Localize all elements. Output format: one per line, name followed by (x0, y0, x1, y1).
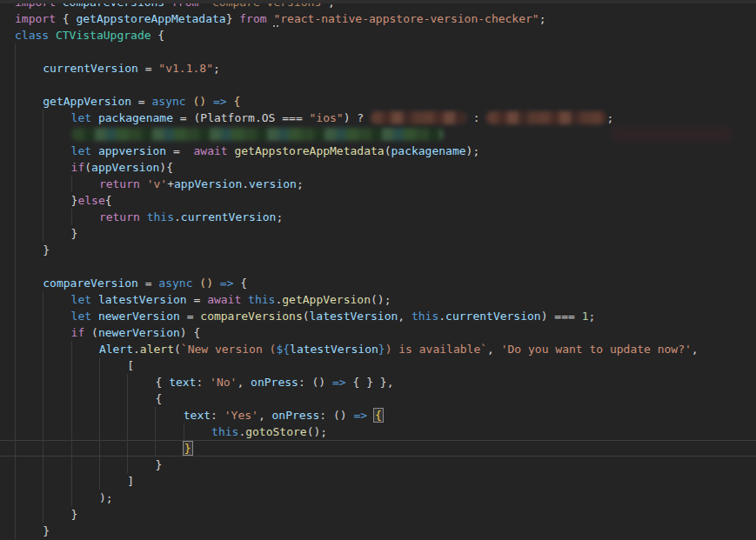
code-line: getAppVersion = async () => { (15, 93, 756, 110)
indent-guide (43, 110, 70, 126)
code-line: } (15, 242, 756, 258)
indent-guide (127, 407, 155, 423)
indent-guide (71, 390, 99, 407)
code-token: onPress (251, 376, 298, 389)
code-token: let (71, 111, 98, 124)
indent-guide (15, 357, 43, 374)
code-token: onPress (272, 409, 320, 422)
code-line: text: 'Yes', onPress: () => { (15, 407, 756, 423)
indent-guide (71, 176, 99, 192)
redacted-blur-block (371, 111, 466, 124)
code-token: this (211, 425, 238, 438)
code-line: let latestVersion = await this.getAppVer… (15, 291, 756, 308)
indent-guide (43, 341, 70, 357)
code-token: = (187, 293, 207, 306)
code-token: this (147, 210, 174, 223)
indent-guide (15, 457, 43, 473)
code-area[interactable]: import compareVersions from 'compare-ver… (0, 0, 756, 539)
code-line: class CTVistaUpgrade { (15, 27, 756, 43)
code-line: { (15, 390, 756, 407)
code-token: "v1.1.8" (158, 62, 213, 75)
indent-guide (15, 341, 43, 357)
indent-guide (15, 93, 43, 110)
code-token: => (220, 277, 234, 290)
code-line: currentVersion = "v1.1.8"; (15, 60, 756, 77)
indent-guide (15, 407, 43, 423)
code-token: latestVersion (290, 343, 378, 356)
indent-guide (71, 440, 99, 457)
indent-guide (15, 440, 43, 457)
matched-bracket: { (373, 408, 384, 423)
code-token: async (152, 95, 186, 108)
code-token: 'Yes' (224, 409, 258, 422)
indent-guide (15, 242, 43, 258)
code-token: ) is available` (385, 343, 487, 356)
indent-guide (43, 407, 70, 423)
indent-guide (43, 357, 70, 374)
code-token: if (71, 161, 85, 174)
code-token: => (353, 409, 367, 422)
redacted-blur-block (611, 128, 733, 141)
code-token: { (155, 376, 169, 389)
code-token: } (71, 508, 78, 521)
code-token: packagename (391, 144, 465, 157)
indent-guide (71, 407, 99, 423)
indent-guide (43, 506, 70, 523)
code-line: let packagename = (Platform.OS === "ios"… (15, 110, 756, 126)
code-editor[interactable]: import compareVersions from 'compare-ver… (0, 0, 756, 540)
code-line-current: } (0, 440, 756, 457)
code-token (186, 95, 193, 108)
code-line: compareVersion = async () => { (15, 275, 756, 291)
indent-guide (127, 423, 155, 440)
code-token: ; (213, 62, 220, 75)
indent-guide (43, 473, 70, 490)
indent-guide (15, 192, 43, 209)
code-token: 'No' (210, 376, 237, 389)
code-token: = (138, 277, 158, 290)
code-token: ) === (541, 310, 582, 323)
code-line: [ (15, 357, 756, 374)
code-token: : () (319, 409, 353, 422)
indent-guide (43, 374, 70, 390)
code-token: 'v' (147, 177, 167, 190)
indent-guide (15, 258, 43, 275)
indent-guide (155, 440, 183, 457)
code-token: this (411, 310, 438, 323)
code-line: { text: 'No', onPress: () => { } }, (15, 374, 756, 390)
indent-guide (15, 209, 43, 225)
code-token: currentVersion (43, 62, 138, 75)
code-token: latestVersion (310, 310, 398, 323)
code-token: appversion (98, 144, 166, 157)
code-token: = (138, 62, 158, 75)
code-token: , (258, 409, 272, 422)
code-token: ; (297, 177, 304, 190)
code-token: return (99, 177, 147, 190)
indent-guide (127, 440, 155, 457)
code-token: } (43, 243, 50, 257)
code-token: await (194, 144, 235, 157)
indent-guide (71, 490, 99, 506)
indent-guide (15, 308, 43, 324)
code-token: { (105, 194, 112, 207)
code-token: (); (371, 293, 391, 306)
code-token: , (398, 310, 411, 323)
indent-guide (15, 159, 43, 176)
code-token: ; (539, 12, 546, 25)
code-token: { (233, 277, 247, 290)
code-token: : (211, 409, 224, 422)
code-token: return (99, 210, 147, 223)
code-token: . (438, 310, 445, 323)
code-token: if (71, 326, 85, 339)
indent-guide (99, 423, 127, 440)
code-token: . (174, 210, 181, 223)
code-token: { (151, 29, 165, 42)
code-token: getAppstoreAppMetadata (76, 12, 225, 25)
code-token: . (133, 343, 140, 356)
code-token: = (166, 144, 193, 157)
indent-guide (15, 523, 43, 539)
code-token: ${ (276, 343, 290, 356)
code-token: (); (307, 425, 327, 438)
code-line: } (15, 506, 756, 523)
indent-guide (43, 291, 70, 308)
code-token: gotoStore (245, 425, 306, 438)
